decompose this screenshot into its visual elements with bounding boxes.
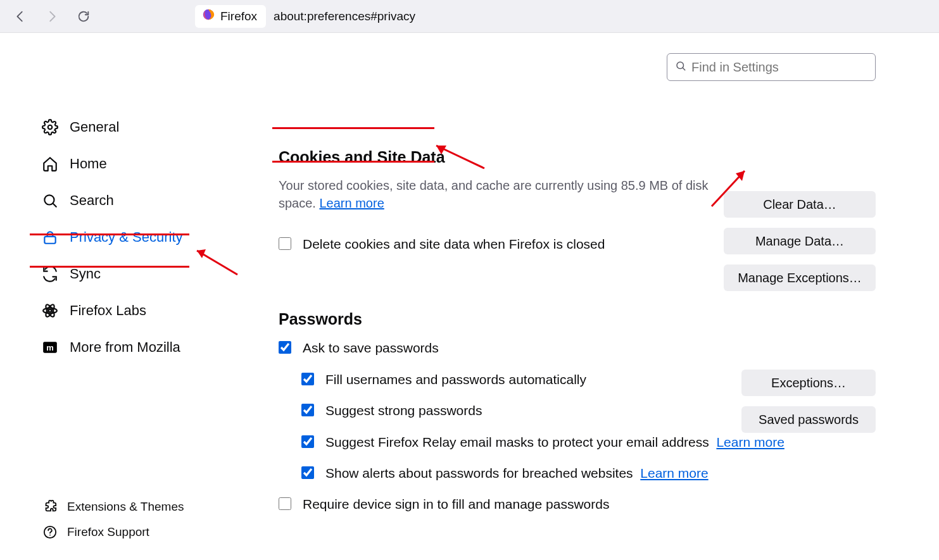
- svg-point-1: [48, 125, 53, 130]
- svg-text:m: m: [46, 343, 54, 352]
- mozilla-icon: m: [42, 339, 58, 356]
- cookies-description: Your stored cookies, site data, and cach…: [279, 177, 734, 212]
- firefox-logo-icon: [201, 8, 215, 25]
- url-text: about:preferences#privacy: [274, 9, 415, 23]
- sidebar-item-general[interactable]: General: [38, 109, 266, 146]
- device-signin-checkbox[interactable]: [279, 497, 291, 510]
- saved-passwords-button[interactable]: Saved passwords: [741, 406, 876, 433]
- breach-label: Show alerts about passwords for breached…: [325, 464, 709, 482]
- sidebar-item-label: Search: [70, 192, 114, 209]
- gear-icon: [42, 119, 58, 135]
- sidebar-item-label: Firefox Labs: [70, 302, 146, 319]
- sidebar-item-firefox-labs[interactable]: Firefox Labs: [38, 292, 266, 329]
- sidebar-footer-extensions[interactable]: Extensions & Themes: [38, 494, 184, 520]
- sidebar-item-label: Sync: [70, 266, 101, 282]
- help-icon: [42, 524, 58, 540]
- back-button[interactable]: [11, 8, 29, 25]
- fill-auto-label: Fill usernames and passwords automatical…: [325, 370, 586, 389]
- suggest-strong-label: Suggest strong passwords: [325, 401, 482, 420]
- settings-search[interactable]: [667, 53, 876, 81]
- breach-checkbox[interactable]: [301, 466, 314, 479]
- atom-icon: [42, 302, 58, 319]
- sidebar-footer-label: Firefox Support: [67, 525, 149, 539]
- device-signin-label: Require device sign in to fill and manag…: [303, 495, 609, 513]
- sync-icon: [42, 266, 58, 282]
- svg-point-2: [44, 195, 54, 204]
- identity-box[interactable]: Firefox about:preferences#privacy: [195, 5, 415, 28]
- search-icon: [42, 192, 58, 209]
- sidebar-footer-label: Extensions & Themes: [67, 500, 184, 514]
- manage-data-button[interactable]: Manage Data…: [724, 228, 876, 254]
- settings-main: Cookies and Site Data Your stored cookie…: [266, 33, 939, 560]
- settings-search-input[interactable]: [691, 60, 867, 75]
- sidebar-footer-support[interactable]: Firefox Support: [38, 520, 184, 545]
- breach-learn-more-link[interactable]: Learn more: [640, 466, 708, 480]
- svg-rect-3: [44, 237, 55, 244]
- forward-button[interactable]: [43, 8, 61, 25]
- svg-point-4: [49, 309, 51, 312]
- lock-icon: [42, 229, 58, 246]
- suggest-strong-checkbox[interactable]: [301, 404, 314, 416]
- sidebar-item-label: General: [70, 119, 119, 135]
- sidebar-item-home[interactable]: Home: [38, 146, 266, 182]
- cookies-learn-more-link[interactable]: Learn more: [319, 196, 384, 210]
- sidebar-item-label: Privacy & Security: [70, 229, 183, 246]
- sidebar-item-privacy-security[interactable]: Privacy & Security: [38, 219, 266, 256]
- ask-save-passwords-checkbox[interactable]: [279, 341, 291, 354]
- identity-label: Firefox: [220, 9, 257, 23]
- clear-data-button[interactable]: Clear Data…: [724, 191, 876, 218]
- ask-save-passwords-label: Ask to save passwords: [303, 339, 439, 357]
- cookies-heading: Cookies and Site Data: [279, 148, 876, 166]
- cookies-button-column: Clear Data… Manage Data… Manage Exceptio…: [724, 191, 876, 291]
- browser-toolbar: Firefox about:preferences#privacy: [0, 0, 939, 33]
- sidebar-item-sync[interactable]: Sync: [38, 256, 266, 292]
- delete-cookies-on-close-checkbox[interactable]: [279, 237, 291, 250]
- reload-button[interactable]: [75, 8, 92, 25]
- sidebar-item-label: More from Mozilla: [70, 339, 180, 356]
- passwords-exceptions-button[interactable]: Exceptions…: [741, 370, 876, 396]
- home-icon: [42, 156, 58, 172]
- sidebar-item-search[interactable]: Search: [38, 182, 266, 219]
- relay-label: Suggest Firefox Relay email masks to pro…: [325, 433, 785, 451]
- puzzle-icon: [42, 499, 58, 515]
- delete-cookies-on-close-label: Delete cookies and site data when Firefo…: [303, 235, 605, 253]
- manage-exceptions-button[interactable]: Manage Exceptions…: [724, 264, 876, 291]
- relay-checkbox[interactable]: [301, 435, 314, 448]
- sidebar-item-more-mozilla[interactable]: m More from Mozilla: [38, 329, 266, 366]
- passwords-heading: Passwords: [279, 310, 876, 328]
- settings-sidebar: General Home Search Privacy & Security S…: [0, 33, 266, 560]
- passwords-button-column: Exceptions… Saved passwords: [741, 370, 876, 433]
- svg-point-11: [677, 62, 684, 69]
- fill-auto-checkbox[interactable]: [301, 373, 314, 385]
- search-icon: [675, 60, 686, 75]
- relay-learn-more-link[interactable]: Learn more: [716, 435, 784, 449]
- sidebar-item-label: Home: [70, 156, 107, 172]
